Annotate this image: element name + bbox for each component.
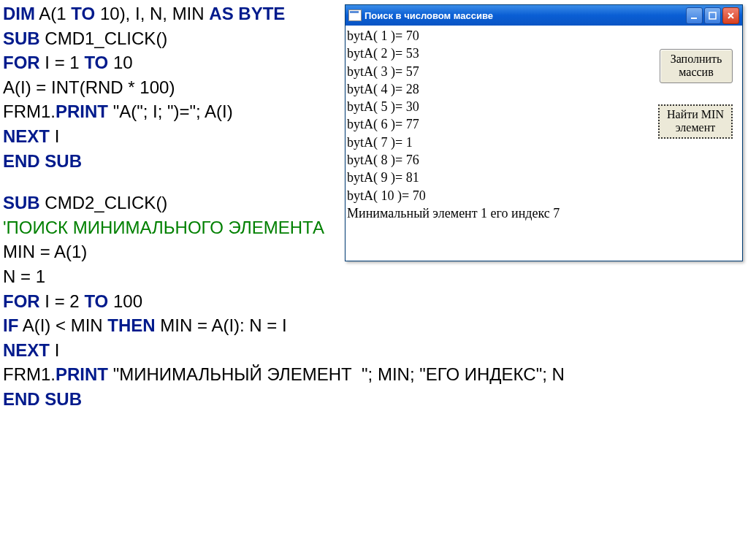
close-button[interactable]: [722, 7, 739, 24]
app-window: Поиск в числовом массиве bytA( 1 )= 70 b…: [345, 4, 743, 261]
titlebar[interactable]: Поиск в числовом массиве: [346, 5, 742, 26]
svg-rect-0: [691, 18, 697, 19]
window-icon: [348, 9, 362, 21]
output-line: bytA( 6 )= 77: [347, 115, 560, 133]
output-line: bytA( 8 )= 76: [347, 151, 560, 169]
find-min-button[interactable]: Найти MIN элемент: [658, 104, 733, 139]
output-line: bytA( 2 )= 53: [347, 45, 560, 62]
output-line: bytA( 3 )= 57: [347, 63, 560, 80]
svg-rect-1: [709, 12, 716, 19]
output-line: Минимальный элемент 1 его индекс 7: [347, 204, 560, 222]
window-title: Поиск в числовом массиве: [365, 10, 686, 21]
output-line: bytA( 4 )= 28: [347, 80, 560, 98]
minimize-button[interactable]: [686, 7, 703, 24]
output-text: bytA( 1 )= 70 bytA( 2 )= 53 bytA( 3 )= 5…: [347, 27, 560, 222]
fill-array-button[interactable]: Заполнить массив: [660, 49, 733, 83]
output-line: bytA( 9 )= 81: [347, 169, 560, 186]
output-line: bytA( 7 )= 1: [347, 134, 560, 151]
maximize-button[interactable]: [704, 7, 721, 24]
output-line: bytA( 5 )= 30: [347, 98, 560, 115]
output-line: bytA( 10 )= 70: [347, 187, 560, 204]
output-line: bytA( 1 )= 70: [347, 27, 560, 45]
form-body: bytA( 1 )= 70 bytA( 2 )= 53 bytA( 3 )= 5…: [346, 26, 742, 261]
